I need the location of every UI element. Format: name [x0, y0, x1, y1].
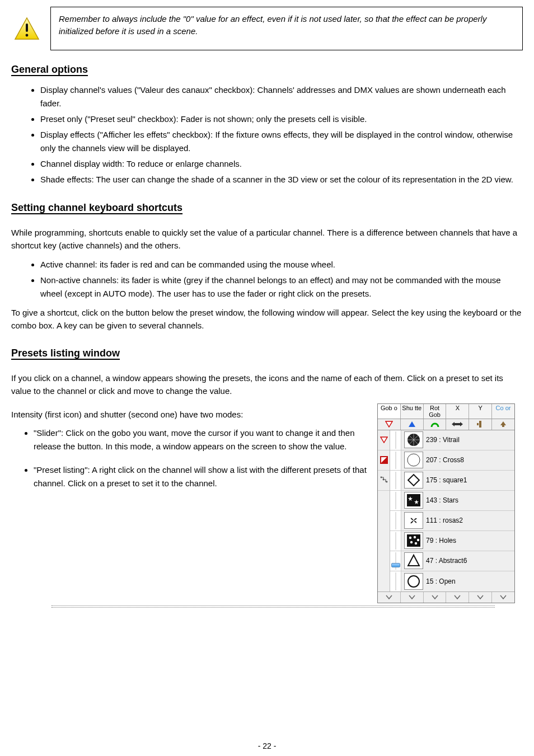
- svg-point-23: [407, 454, 420, 466]
- rail-tree-icon[interactable]: [378, 471, 390, 491]
- bottom-chevron-icon[interactable]: [469, 592, 492, 603]
- bottom-chevron-icon[interactable]: [424, 592, 447, 603]
- paragraph: Intensity (first icon) and shutter (seco…: [11, 408, 367, 421]
- preset-row[interactable]: 143 : Stars: [390, 491, 514, 511]
- warning-row: Remember to always include the "0" value…: [11, 7, 523, 50]
- preset-row[interactable]: 175 : square1: [390, 471, 514, 491]
- tab-x[interactable]: X: [446, 404, 469, 419]
- svg-point-32: [410, 541, 413, 543]
- list-item: "Slider": Click on the gobo you want, mo…: [34, 426, 367, 453]
- row-slider[interactable]: [390, 430, 401, 450]
- row-slider[interactable]: [390, 551, 401, 571]
- list-item: Shade effects: The user can change the s…: [40, 173, 523, 186]
- right-column: Gob o Shu tte Rot Gob X Y Co or: [377, 403, 523, 603]
- gobo-thumb-square1: [404, 472, 423, 489]
- bottom-chevron-icon[interactable]: [378, 592, 401, 603]
- svg-rect-8: [479, 421, 481, 428]
- panel-bottom-bar: [378, 591, 514, 603]
- svg-point-17: [386, 481, 387, 483]
- preset-row[interactable]: 15 : Open: [390, 571, 514, 591]
- toolbar-vbar-icon[interactable]: [469, 419, 492, 430]
- tab-rot-gob[interactable]: Rot Gob: [424, 404, 447, 419]
- gobo-thumb-open: [404, 573, 423, 590]
- rail-red-square-icon[interactable]: [378, 450, 390, 471]
- bottom-chevron-icon[interactable]: [401, 592, 424, 603]
- gobo-thumb-cross8: [404, 452, 423, 468]
- preset-row[interactable]: 47 : Abstract6: [390, 551, 514, 571]
- rail-spacer: [378, 491, 390, 591]
- row-slider[interactable]: [390, 511, 401, 530]
- list-item: "Preset listing": A right click on the c…: [34, 463, 367, 490]
- tab-y[interactable]: Y: [469, 404, 492, 419]
- list-item: Channel display width: To reduce or enla…: [40, 157, 523, 171]
- preset-row[interactable]: 111 : rosas2: [390, 511, 514, 531]
- section-title-presets-listing: Presets listing window: [11, 348, 120, 359]
- general-options-list: Display channel's values ("Valeur des ca…: [11, 83, 523, 186]
- svg-rect-9: [477, 423, 479, 425]
- tab-color[interactable]: Co or: [492, 404, 514, 419]
- row-slider[interactable]: [390, 491, 401, 510]
- section-title-channel-shortcuts: Setting channel keyboard shortcuts: [11, 202, 182, 214]
- toolbar-arrows-icon[interactable]: [446, 419, 469, 430]
- svg-rect-6: [455, 423, 460, 425]
- panel-tabs: Gob o Shu tte Rot Gob X Y Co or: [378, 404, 514, 419]
- preset-label: 207 : Cross8: [426, 456, 464, 464]
- gobo-thumb-stars: [404, 492, 423, 509]
- row-slider[interactable]: [390, 571, 401, 591]
- panel-list: 239 : Vitrail 207 : Cross8: [390, 430, 514, 591]
- svg-marker-12: [381, 437, 387, 443]
- left-column: Intensity (first icon) and shutter (seco…: [11, 403, 367, 500]
- paragraph: While programming, shortcuts enable to q…: [11, 226, 523, 252]
- presets-panel: Gob o Shu tte Rot Gob X Y Co or: [377, 403, 515, 603]
- modes-list: "Slider": Click on the gobo you want, mo…: [11, 426, 367, 490]
- gobo-thumb-vitrail: [404, 431, 423, 448]
- panel-toolbar: [378, 419, 514, 430]
- list-item: Non-active channels: its fader is white …: [40, 274, 523, 300]
- row-slider[interactable]: [390, 531, 401, 551]
- svg-point-35: [408, 576, 419, 587]
- warning-text: Remember to always include the "0" value…: [50, 7, 523, 50]
- list-item: Active channel: its fader is red and can…: [40, 258, 523, 271]
- preset-label: 143 : Stars: [426, 496, 458, 504]
- channel-shortcuts-list: Active channel: its fader is red and can…: [11, 258, 523, 300]
- tab-shutter[interactable]: Shu tte: [401, 404, 424, 419]
- rail-down-icon[interactable]: [378, 430, 390, 450]
- svg-marker-4: [409, 421, 415, 427]
- svg-point-15: [380, 477, 382, 478]
- preset-label: 15 : Open: [426, 577, 456, 585]
- toolbar-down-icon[interactable]: [378, 419, 401, 430]
- preset-label: 175 : square1: [426, 476, 467, 484]
- panel-left-rail: [378, 430, 390, 591]
- list-item: Display effects ("Afficher les effets" c…: [40, 128, 523, 155]
- svg-point-29: [409, 537, 411, 539]
- preset-row[interactable]: 207 : Cross8: [390, 450, 514, 471]
- preset-label: 79 : Holes: [426, 537, 456, 544]
- svg-marker-34: [408, 555, 419, 566]
- preset-label: 47 : Abstract6: [426, 557, 467, 565]
- svg-rect-2: [26, 24, 28, 32]
- bottom-chevron-icon[interactable]: [446, 592, 469, 603]
- preset-label: 111 : rosas2: [426, 516, 463, 524]
- footer-divider: [51, 605, 495, 606]
- panel-body: 239 : Vitrail 207 : Cross8: [378, 430, 514, 591]
- footer-divider: [51, 607, 495, 608]
- list-item: Display channel's values ("Valeur des ca…: [40, 83, 523, 110]
- preset-row[interactable]: 239 : Vitrail: [390, 430, 514, 450]
- svg-rect-24: [408, 475, 419, 486]
- gobo-thumb-holes: [404, 532, 423, 549]
- toolbar-ring-icon[interactable]: [424, 419, 447, 430]
- preset-row[interactable]: 79 : Holes: [390, 531, 514, 551]
- row-slider[interactable]: [390, 450, 401, 470]
- svg-point-1: [26, 34, 29, 37]
- section-title-general-options: General options: [11, 64, 523, 76]
- tab-gobo[interactable]: Gob o: [378, 404, 401, 419]
- bottom-chevron-icon[interactable]: [492, 592, 514, 603]
- gobo-thumb-abstract6: [404, 552, 423, 569]
- list-item: Preset only ("Preset seul" checkbox): Fa…: [40, 112, 523, 126]
- row-slider[interactable]: [390, 471, 401, 490]
- toolbar-up2-icon[interactable]: [492, 419, 514, 430]
- toolbar-up-icon[interactable]: [401, 419, 424, 430]
- preset-label: 239 : Vitrail: [426, 436, 460, 444]
- svg-rect-25: [407, 494, 420, 506]
- svg-point-30: [414, 536, 416, 538]
